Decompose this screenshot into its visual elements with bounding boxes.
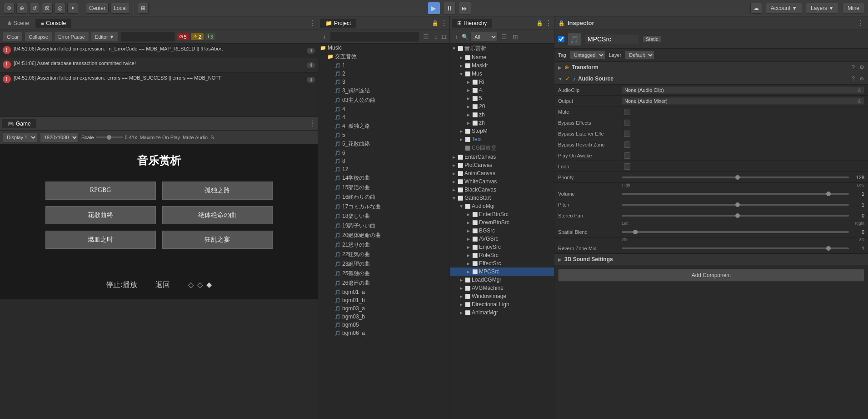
- project-search-input[interactable]: [330, 32, 419, 42]
- project-tree-item-28[interactable]: 🎵bgm01_b: [318, 296, 449, 304]
- hier-item-23[interactable]: ►⬜AVGSrc: [450, 235, 554, 243]
- panel-menu-btn[interactable]: ⋮: [309, 19, 316, 27]
- hier-item-30[interactable]: ►⬜WindowImage: [450, 292, 554, 300]
- diamond-icon-2[interactable]: ◇: [197, 280, 203, 290]
- static-badge[interactable]: Static: [643, 35, 662, 43]
- project-tree-item-31[interactable]: 🎵bgm05: [318, 321, 449, 329]
- hier-item-25[interactable]: ►⬜RoleSrc: [450, 251, 554, 259]
- project-sort-btn[interactable]: ↕: [433, 32, 439, 41]
- tab-console[interactable]: ≡ Console: [35, 19, 71, 28]
- project-tree-item-19[interactable]: 🎵18楽しい曲: [318, 212, 449, 221]
- project-tree-item-23[interactable]: 🎵22狂気の曲: [318, 250, 449, 259]
- hier-item-24[interactable]: ►⬜EnjoySrc: [450, 243, 554, 251]
- hier-item-29[interactable]: ►⬜AVGMachine: [450, 284, 554, 292]
- tab-project[interactable]: 📁 Project: [320, 19, 356, 28]
- mine-btn[interactable]: Mine: [843, 3, 864, 14]
- project-tree-item-3[interactable]: 🎵2: [318, 70, 449, 78]
- hier-item-21[interactable]: ►⬜DownBtnSrc: [450, 218, 554, 227]
- pivot-center-btn[interactable]: Center: [86, 3, 109, 14]
- hierarchy-view-btn[interactable]: ☰: [499, 32, 509, 41]
- project-tree-item-10[interactable]: 🎵5: [318, 131, 449, 139]
- tool-scale[interactable]: ⊠: [42, 3, 53, 14]
- loop-checkbox[interactable]: [624, 163, 630, 170]
- audio-help-btn[interactable]: ?: [852, 76, 855, 82]
- sound-settings-header[interactable]: ▶ 3D Sound Settings: [554, 254, 868, 265]
- project-tree-item-16[interactable]: 🎵15部活の曲: [318, 183, 449, 192]
- editor-btn[interactable]: Editor ▼: [91, 32, 119, 42]
- hier-item-1[interactable]: ►⬜Name: [450, 53, 554, 61]
- game-btn-5[interactable]: 狂乱之宴: [162, 231, 273, 249]
- tool-rotate[interactable]: ↺: [29, 3, 40, 14]
- audio-source-header[interactable]: ▼ ✓ ♪ Audio Source ? ⚙: [554, 73, 868, 85]
- hierarchy-action-btn[interactable]: ⊞: [511, 32, 520, 41]
- console-row-1[interactable]: ! [04:51:06] Asset database transaction …: [0, 58, 318, 73]
- stereo-pan-slider[interactable]: [622, 215, 849, 217]
- scale-slider-track[interactable]: [96, 136, 123, 138]
- tool-transform[interactable]: ✦: [67, 3, 78, 14]
- project-tree-item-25[interactable]: 🎵25孤独の曲: [318, 269, 449, 278]
- hier-item-2[interactable]: ►⬜MaskIr: [450, 61, 554, 70]
- hier-item-8[interactable]: ►⬜zh: [450, 111, 554, 119]
- project-tree-item-20[interactable]: 🎵19調子いい曲: [318, 221, 449, 231]
- layers-btn[interactable]: Layers ▼: [806, 3, 839, 14]
- project-tree-item-21[interactable]: 🎵20絶体絶命の曲: [318, 231, 449, 240]
- hier-item-7[interactable]: ►⬜20: [450, 102, 554, 111]
- pitch-slider[interactable]: [622, 204, 849, 206]
- hier-item-18[interactable]: ▼⬜GameStart: [450, 194, 554, 202]
- inspector-lock-icon[interactable]: 🔒: [558, 20, 565, 26]
- project-tree-item-27[interactable]: 🎵bgm01_a: [318, 288, 449, 296]
- hierarchy-menu-btn[interactable]: ⋮: [545, 19, 552, 27]
- step-button[interactable]: ⏭: [459, 2, 471, 15]
- badge-error[interactable]: ⊘ 5: [177, 33, 189, 40]
- display-select[interactable]: Display 1: [3, 132, 37, 142]
- project-tree-item-5[interactable]: 🎵3_羁绊连结: [318, 86, 449, 96]
- project-tree-item-12[interactable]: 🎵6: [318, 149, 449, 157]
- hier-item-17[interactable]: ►⬜BlackCanvas: [450, 186, 554, 194]
- project-tree-item-2[interactable]: 🎵1: [318, 61, 449, 70]
- project-tree-item-6[interactable]: 🎵03主人公の曲: [318, 96, 449, 105]
- object-active-checkbox[interactable]: [558, 36, 564, 42]
- project-tree-item-26[interactable]: 🎵26逡巡の曲: [318, 278, 449, 288]
- audio-clip-target-icon[interactable]: ◎: [858, 87, 862, 92]
- hier-item-13[interactable]: ►⬜EnterCanvas: [450, 153, 554, 161]
- transform-settings-btn[interactable]: ⚙: [859, 64, 864, 71]
- transform-header[interactable]: ▶ ⊕ Transform ? ⚙: [554, 62, 868, 73]
- layer-select[interactable]: Default: [625, 50, 654, 60]
- game-btn-4[interactable]: 燃血之时: [45, 231, 156, 249]
- project-menu-btn[interactable]: ⋮: [440, 19, 448, 27]
- hier-item-9[interactable]: ►⬜zh: [450, 119, 554, 127]
- collapse-btn[interactable]: Collapse: [25, 32, 52, 42]
- audio-active-checkbox[interactable]: ✓: [565, 76, 570, 82]
- hier-item-19[interactable]: ▼⬜AudioMgr: [450, 202, 554, 210]
- bypass-listener-checkbox[interactable]: [624, 131, 630, 137]
- game-btn-1[interactable]: 孤独之路: [162, 182, 273, 200]
- project-tree-item-8[interactable]: 🎵4: [318, 113, 449, 121]
- play-on-awake-checkbox[interactable]: [624, 152, 630, 159]
- hier-item-6[interactable]: ►⬜5.: [450, 94, 554, 102]
- hier-item-16[interactable]: ►⬜WhiteCanvas: [450, 177, 554, 186]
- pause-button[interactable]: ⏸: [443, 2, 456, 15]
- project-tree-item-7[interactable]: 🎵4: [318, 105, 449, 113]
- diamond-icon-3[interactable]: ◆: [206, 280, 212, 290]
- project-view-btn[interactable]: ☰: [421, 32, 431, 41]
- tab-hierarchy[interactable]: ⊞ Hierarchy: [452, 19, 492, 28]
- play-button[interactable]: ▶: [428, 2, 440, 15]
- reverb-zone-slider[interactable]: [622, 247, 849, 249]
- project-tree-item-11[interactable]: 🎵5_花散曲终: [318, 139, 449, 149]
- badge-warn[interactable]: ⚠ 2: [191, 33, 204, 40]
- project-add-btn[interactable]: +: [321, 32, 328, 41]
- priority-slider[interactable]: [622, 177, 849, 178]
- resolution-select[interactable]: 1920x1080: [40, 132, 79, 142]
- lock-icon-hierarchy[interactable]: 🔒: [536, 20, 543, 26]
- transform-help-btn[interactable]: ?: [852, 64, 855, 71]
- hier-item-5[interactable]: ►⬜4.: [450, 86, 554, 94]
- project-tree-item-32[interactable]: 🎵bgm06_a: [318, 329, 449, 337]
- hier-item-28[interactable]: ►⬜LoadCGMgr: [450, 276, 554, 284]
- audio-settings-btn[interactable]: ⚙: [859, 76, 864, 82]
- hierarchy-all-select[interactable]: All: [470, 32, 498, 42]
- project-tree-item-14[interactable]: 🎵12: [318, 165, 449, 173]
- tool-move[interactable]: ⊕: [16, 3, 27, 14]
- hier-item-14[interactable]: ►⬜PlotCanvas: [450, 161, 554, 169]
- audio-clip-value[interactable]: None (Audio Clip) ◎: [622, 86, 864, 94]
- hier-item-0[interactable]: ▼⬜音乐赏析: [450, 44, 554, 53]
